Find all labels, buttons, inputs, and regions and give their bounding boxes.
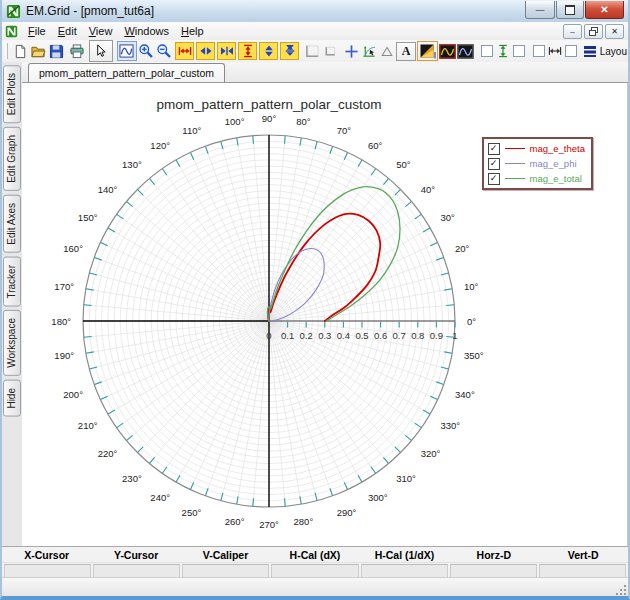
sidebar-tabs: Edit PlotsEdit GraphEdit AxesTrackerWork… (2, 62, 22, 546)
plot-window-button[interactable] (117, 41, 137, 61)
legend-line-sample (505, 178, 525, 180)
legend[interactable]: ✓mag_e_theta✓mag_e_phi✓mag_e_total (482, 137, 593, 190)
svg-text:0: 0 (266, 330, 271, 341)
legend-line-sample (505, 148, 525, 150)
legend-checkbox-mag_e_total[interactable]: ✓ (488, 173, 500, 185)
scroll-y-button[interactable] (259, 42, 278, 60)
fit-y-button[interactable] (494, 42, 512, 60)
open-file-button[interactable] (29, 42, 47, 60)
compress-x-button[interactable] (217, 42, 236, 60)
legend-checkbox-mag_e_phi[interactable]: ✓ (488, 158, 500, 170)
tab-bar: pmom_pattern_pattern_polar_custom (22, 62, 628, 83)
layout-label: Layou (600, 46, 627, 57)
toolbar: A Layou (2, 40, 628, 63)
svg-text:300°: 300° (368, 492, 388, 503)
cursor-bar: X-CursorY-CursorV-CaliperH-Cal (dX)H-Cal… (2, 546, 628, 578)
zoom-in-button[interactable] (137, 42, 155, 60)
legend-line-sample (505, 163, 525, 165)
svg-text:270°: 270° (259, 519, 279, 530)
rect-region-small-button[interactable] (321, 42, 339, 60)
svg-text:150°: 150° (78, 212, 98, 223)
legend-entry-mag_e_total[interactable]: ✓mag_e_total (488, 172, 585, 185)
expand-y-button[interactable] (238, 42, 257, 60)
fit-x-left-checkbox[interactable] (533, 45, 545, 57)
svg-text:0.9: 0.9 (430, 330, 443, 341)
text-tool-button[interactable]: A (396, 42, 416, 61)
new-document-button[interactable] (11, 42, 29, 60)
cursor-header-5: Horz-D (449, 549, 538, 561)
print-button[interactable] (68, 42, 86, 60)
sidebar-tab-edit-axes[interactable]: Edit Axes (3, 195, 21, 253)
pointer-tool-button[interactable] (89, 40, 113, 62)
close-button[interactable]: ✕ (585, 1, 624, 19)
triangle-marker-button[interactable] (378, 42, 396, 60)
menu-item-edit[interactable]: Edit (52, 24, 83, 38)
legend-entry-mag_e_phi[interactable]: ✓mag_e_phi (488, 157, 585, 170)
document-logo-icon (5, 25, 18, 38)
sidebar-tab-workspace[interactable]: Workspace (3, 310, 21, 376)
maximize-button[interactable] (556, 1, 584, 19)
waveform-red-button[interactable] (438, 42, 456, 60)
sidebar-tab-edit-plots[interactable]: Edit Plots (3, 65, 21, 123)
menu-item-view[interactable]: View (83, 24, 119, 38)
svg-text:210°: 210° (78, 420, 98, 431)
legend-entry-mag_e_theta[interactable]: ✓mag_e_theta (488, 142, 585, 155)
fit-x-group (532, 42, 578, 60)
cursor-header-4: H-Cal (1/dX) (360, 549, 449, 561)
svg-text:100°: 100° (225, 116, 245, 127)
compress-y-button[interactable] (280, 42, 299, 60)
minimize-button[interactable]: — (525, 1, 555, 19)
fit-y-right-checkbox[interactable] (513, 45, 525, 57)
svg-text:220°: 220° (98, 448, 118, 459)
cursor-header-1: Y-Cursor (91, 549, 180, 561)
svg-text:70°: 70° (337, 125, 352, 136)
svg-text:1: 1 (452, 330, 457, 341)
cursor-header-3: H-Cal (dX) (270, 549, 359, 561)
zoom-out-button[interactable] (155, 42, 173, 60)
svg-text:80°: 80° (296, 116, 311, 127)
colormap-button[interactable] (417, 41, 438, 61)
toolbar-grip[interactable] (5, 43, 8, 59)
menu-item-help[interactable]: Help (175, 24, 210, 38)
svg-text:190°: 190° (54, 350, 74, 361)
menu-item-windows[interactable]: Windows (118, 24, 175, 38)
mdi-minimize-button[interactable]: – (563, 24, 582, 39)
svg-text:0.3: 0.3 (318, 330, 331, 341)
layout-button[interactable]: Layou (583, 45, 627, 57)
save-button[interactable] (47, 42, 65, 60)
mdi-close-button[interactable]: ✕ (605, 24, 624, 39)
svg-text:10°: 10° (464, 281, 479, 292)
svg-text:110°: 110° (182, 125, 201, 136)
svg-text:90°: 90° (262, 113, 277, 124)
svg-text:120°: 120° (150, 140, 170, 151)
fit-y-left-checkbox[interactable] (481, 45, 493, 57)
svg-text:0.8: 0.8 (411, 330, 424, 341)
resize-grip-icon[interactable] (615, 584, 627, 596)
tracker-tool-button[interactable] (360, 42, 378, 60)
maximize-icon (565, 5, 575, 15)
sidebar-tab-hide[interactable]: Hide (3, 380, 21, 417)
svg-text:60°: 60° (368, 140, 383, 151)
svg-text:260°: 260° (225, 516, 245, 527)
fit-x-button[interactable] (546, 42, 564, 60)
waveform-dark-button[interactable] (456, 42, 474, 60)
svg-text:350°: 350° (464, 350, 484, 361)
svg-text:130°: 130° (122, 159, 142, 170)
rect-region-button[interactable] (303, 42, 321, 60)
menu-items: FileEditViewWindowsHelp (22, 24, 210, 38)
sidebar-tab-tracker[interactable]: Tracker (3, 257, 21, 307)
menu-item-file[interactable]: File (22, 24, 52, 38)
crosshair-button[interactable] (342, 42, 360, 60)
svg-text:250°: 250° (182, 507, 202, 518)
fit-x-right-checkbox[interactable] (565, 45, 577, 57)
svg-text:170°: 170° (54, 281, 74, 292)
scroll-x-button[interactable] (196, 42, 215, 60)
svg-text:0.1: 0.1 (281, 330, 294, 341)
tab-pmom-pattern-polar-custom[interactable]: pmom_pattern_pattern_polar_custom (28, 63, 225, 82)
expand-x-button[interactable] (175, 42, 194, 60)
legend-checkbox-mag_e_theta[interactable]: ✓ (488, 143, 500, 155)
svg-text:200°: 200° (63, 389, 83, 400)
sidebar-tab-edit-graph[interactable]: Edit Graph (3, 127, 21, 191)
mdi-restore-button[interactable] (584, 24, 603, 39)
svg-text:40°: 40° (421, 184, 436, 195)
